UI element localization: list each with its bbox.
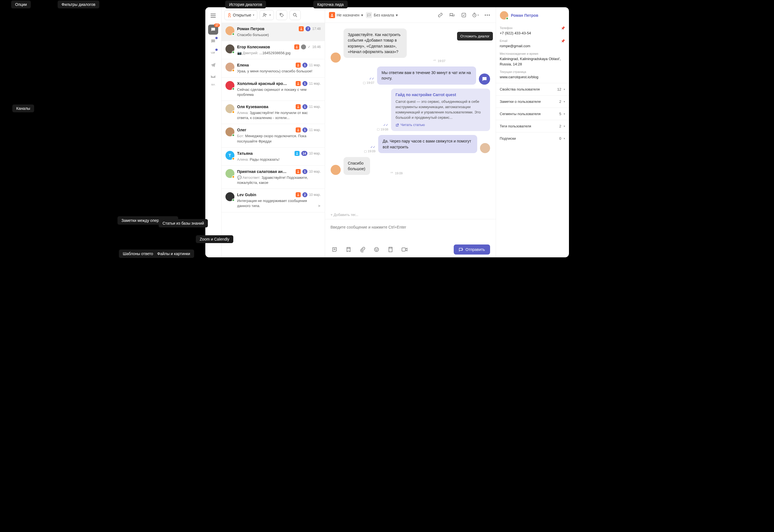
accordion-row[interactable]: Свойства пользователя12▾ xyxy=(496,83,569,95)
message-bubble: Мы ответим вам в течение 30 минут в чат … xyxy=(377,67,476,85)
dialog-item[interactable]: Lev Gubin 2 10 мар. Интеграция не поддер… xyxy=(222,189,325,212)
unread-count: 1 xyxy=(302,63,307,68)
open-filter-label: Открытые xyxy=(233,13,252,17)
accordion-row[interactable]: Теги пользователя2▾ xyxy=(496,120,569,132)
tag-filter-button[interactable] xyxy=(276,10,287,20)
composer: Отправить xyxy=(325,219,496,257)
svg-point-7 xyxy=(298,106,299,107)
accordion-count: 0 xyxy=(559,136,561,141)
pin-icon[interactable]: 📌 xyxy=(561,39,565,43)
chevron-down-icon: ▾ xyxy=(361,13,363,17)
accordion-label: Подписки xyxy=(500,136,516,141)
dialog-item[interactable]: Приятная салатовая ан… 1 10 мар. 💬 Автоо… xyxy=(222,166,325,189)
assignee-select[interactable]: Не назначен ▾ xyxy=(329,12,363,18)
dialog-name: Приятная салатовая ан… xyxy=(237,169,294,174)
video-icon[interactable] xyxy=(401,246,408,253)
device-icon: ▢ xyxy=(377,127,380,131)
message-input[interactable] xyxy=(331,223,490,231)
emoji-icon[interactable] xyxy=(373,246,380,253)
dialog-item[interactable]: Оля Кузеванова 1 11 мар. Алина: Здравств… xyxy=(222,101,325,124)
open-filter-button[interactable]: Открытые ▾ xyxy=(224,10,258,20)
page-label: Текущая страница xyxy=(500,70,565,73)
svg-point-22 xyxy=(375,249,376,250)
chevron-down-icon: ▾ xyxy=(563,137,565,140)
svg-rect-13 xyxy=(462,13,466,17)
chat-channel-icon[interactable] xyxy=(208,36,218,46)
channel-badge-icon xyxy=(296,169,301,174)
channel-select[interactable]: Без канала ▾ xyxy=(366,12,398,18)
dialog-item[interactable]: Роман Петров 7 17:48 Спасибо большое) xyxy=(222,23,325,41)
svg-point-21 xyxy=(374,248,378,252)
inbox-channel-icon[interactable]: 17 xyxy=(208,25,218,35)
callout-kb: Статьи из базы знаний xyxy=(158,219,208,227)
device-icon: ▢ xyxy=(363,81,366,85)
email-channel-icon[interactable] xyxy=(208,72,218,82)
template-icon[interactable] xyxy=(345,246,352,253)
avatar xyxy=(226,192,235,201)
callout-files: Файлы и картинки xyxy=(153,250,194,258)
accordion-row[interactable]: Сегменты пользователя5▾ xyxy=(496,108,569,120)
channel-badge-icon xyxy=(295,151,300,156)
svg-point-8 xyxy=(298,129,299,130)
more-icon[interactable] xyxy=(483,11,492,20)
card-title: Гайд по настройке Carrot quest xyxy=(396,92,485,98)
channel-badge-icon xyxy=(296,81,301,86)
dialog-preview: Алина: Здравствуйте! Не получили от вас … xyxy=(237,110,321,120)
avatar xyxy=(226,44,235,53)
hamburger-icon[interactable] xyxy=(208,11,218,21)
accordion-row[interactable]: Подписки0▾ xyxy=(496,132,569,144)
svg-point-15 xyxy=(485,15,486,16)
dialog-item[interactable]: Хололный красный кро… 1 11 мар. Сейчас с… xyxy=(222,78,325,101)
dialog-preview: Ураа, у меня получилось) спасибо большое… xyxy=(237,69,321,74)
svg-point-3 xyxy=(301,28,302,29)
dialog-item[interactable]: Олег 1 11 мар. Бот: Менеджер скоро подкл… xyxy=(222,124,325,147)
message-meta: ✓✓ ▢19:08 xyxy=(377,123,389,131)
chevron-down-icon: ▾ xyxy=(269,13,271,16)
callout-lead: Карточка лида xyxy=(313,1,348,8)
search-button[interactable] xyxy=(290,10,301,20)
conversations-icon[interactable] xyxy=(448,11,456,20)
page-value: www.carrotquest.io/blog xyxy=(500,75,565,80)
attach-icon[interactable] xyxy=(359,246,366,253)
assignee-filter-button[interactable]: ▾ xyxy=(260,10,274,20)
message-outgoing: ✓✓ ▢19:07 Мы ответим вам в течение 30 ми… xyxy=(331,67,490,85)
dialog-item[interactable]: Егор Колесников ✓ 16:46 📷 Дмитрий: ...16… xyxy=(222,41,325,59)
link-icon[interactable] xyxy=(436,11,445,20)
callout-channels: Каналы xyxy=(12,105,34,112)
chevron-down-icon: ▾ xyxy=(563,100,565,103)
kb-icon[interactable] xyxy=(387,246,394,253)
message-outgoing: ✓✓ ▢19:09 Да. Через пару часов с вами св… xyxy=(331,135,490,153)
lead-name[interactable]: Роман Петров xyxy=(511,13,538,18)
send-button[interactable]: Отправить xyxy=(454,244,490,255)
accordion-row[interactable]: Заметки о пользователе2▾ xyxy=(496,95,569,108)
dialog-item[interactable]: Елена 1 11 мар. Ураа, у меня получилось)… xyxy=(222,59,325,77)
resolve-icon[interactable] xyxy=(459,11,468,20)
accordion-count: 12 xyxy=(557,87,561,91)
svg-point-11 xyxy=(298,194,299,195)
accordion-count: 5 xyxy=(559,112,561,116)
vk-channel-icon[interactable] xyxy=(208,48,218,58)
dialog-time: 17:48 xyxy=(312,27,321,31)
accordion-count: 2 xyxy=(559,124,561,128)
card-link[interactable]: Читать статью xyxy=(396,122,485,128)
pin-icon[interactable]: 📌 xyxy=(561,26,565,30)
accordion-label: Свойства пользователя xyxy=(500,87,540,91)
add-tag-button[interactable]: + Добавить тег... xyxy=(325,210,496,219)
snooze-icon[interactable]: ▾ xyxy=(471,11,480,20)
dialog-preview: Спасибо большое) xyxy=(237,32,321,37)
dialog-preview: Бот: Менеджер скоро подключится. Пока по… xyxy=(237,134,321,144)
unread-count: 1 xyxy=(302,169,307,174)
svg-point-9 xyxy=(297,152,298,153)
telegram-channel-icon[interactable] xyxy=(208,60,218,70)
lead-email-section: Email📌 rompe@gmail.com xyxy=(496,39,569,52)
note-icon[interactable] xyxy=(331,246,339,253)
dialog-item[interactable]: T Татьяна 14 10 мар. Алина: Рады подсказ… xyxy=(222,148,325,166)
message-time: 19:07 xyxy=(367,81,375,84)
svg-point-6 xyxy=(298,82,299,84)
read-check-icon: ✓✓ xyxy=(369,77,374,80)
svg-point-10 xyxy=(298,170,299,172)
svg-point-23 xyxy=(377,249,377,250)
unread-count: 1 xyxy=(302,81,307,86)
kb-card[interactable]: Гайд по настройке Carrot quest Carrot qu… xyxy=(391,89,490,131)
svg-point-17 xyxy=(489,15,490,16)
